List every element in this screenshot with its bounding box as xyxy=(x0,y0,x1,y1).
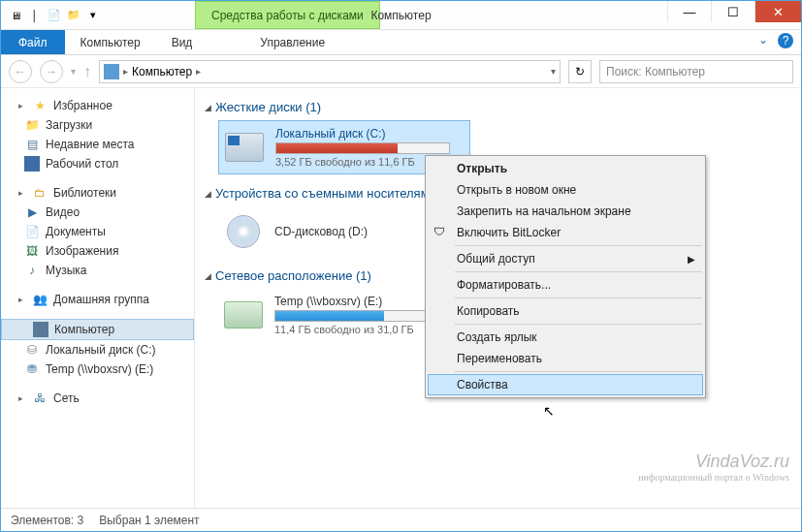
drive-name: Локальный диск (C:) xyxy=(275,127,465,141)
sidebar: ▸★Избранное 📁Загрузки ▤Недавние места Ра… xyxy=(1,88,195,508)
ctx-open-new[interactable]: Открыть в новом окне xyxy=(428,179,703,201)
window-controls: — ☐ ✕ xyxy=(667,1,801,22)
chevron-right-icon[interactable]: ▸ xyxy=(196,66,201,77)
separator xyxy=(455,324,702,325)
collapse-icon: ◢ xyxy=(205,189,211,199)
forward-button[interactable]: → xyxy=(40,60,63,83)
sidebar-item-label: Избранное xyxy=(53,99,112,112)
netdrive-icon: ⛃ xyxy=(24,361,40,377)
back-button[interactable]: ← xyxy=(9,60,32,83)
sidebar-item-label: Домашняя группа xyxy=(53,293,149,306)
tab-manage[interactable]: Управление xyxy=(244,30,340,54)
ctx-pin[interactable]: Закрепить на начальном экране xyxy=(428,201,703,222)
breadcrumb-item[interactable]: Компьютер xyxy=(132,65,192,78)
computer-icon xyxy=(33,322,48,337)
statusbar: Элементов: 3 Выбран 1 элемент xyxy=(1,508,801,531)
ctx-share[interactable]: Общий доступ▶ xyxy=(428,248,703,269)
watermark: VindaVoz.ru информационный портал о Wind… xyxy=(638,452,789,483)
computer-icon: 🖥 xyxy=(7,7,24,24)
sidebar-item-label: Рабочий стол xyxy=(46,157,118,171)
window-title: Компьютер xyxy=(370,9,431,22)
computer-icon xyxy=(104,64,119,79)
watermark-site: VindaVoz.ru xyxy=(638,452,789,472)
music-icon: ♪ xyxy=(24,263,40,278)
separator xyxy=(455,297,702,298)
sidebar-favorites[interactable]: ▸★Избранное xyxy=(1,96,194,115)
cd-icon xyxy=(222,212,265,251)
sidebar-item-label: Локальный диск (C:) xyxy=(46,343,156,357)
sidebar-item-recent[interactable]: ▤Недавние места xyxy=(1,135,194,154)
sidebar-network[interactable]: ▸🖧Сеть xyxy=(1,389,194,408)
ctx-shortcut[interactable]: Создать ярлык xyxy=(428,327,703,348)
sidebar-item-label: Изображения xyxy=(46,244,118,258)
separator xyxy=(455,371,702,372)
navbar: ← → ▾ ↑ ▸ Компьютер ▸ ▾ ↻ Поиск: Компьют… xyxy=(1,55,801,88)
hdd-icon xyxy=(223,128,266,167)
up-button[interactable]: ↑ xyxy=(83,63,91,80)
sidebar-libraries[interactable]: ▸🗀Библиотеки xyxy=(1,183,194,203)
qat-dropdown-icon[interactable]: ▾ xyxy=(84,7,102,24)
section-hdd[interactable]: ◢Жесткие диски (1) xyxy=(205,96,791,118)
properties-icon[interactable]: 📄 xyxy=(46,7,63,24)
collapse-icon: ◢ xyxy=(205,103,211,112)
ctx-properties[interactable]: Свойства xyxy=(428,374,703,395)
contextual-tab-disks[interactable]: Средства работы с дисками xyxy=(195,1,380,29)
section-title: Устройства со съемными носителями xyxy=(215,186,436,201)
breadcrumb[interactable]: ▸ Компьютер ▸ ▾ xyxy=(99,60,561,83)
sidebar-item-label: Загрузки xyxy=(46,118,92,132)
ctx-format[interactable]: Форматировать... xyxy=(428,274,703,296)
sidebar-item-label: Сеть xyxy=(53,391,80,405)
file-tab[interactable]: Файл xyxy=(1,30,65,54)
space-bar xyxy=(274,310,449,322)
ctx-label: Общий доступ xyxy=(457,252,535,266)
recent-dropdown-icon[interactable]: ▾ xyxy=(71,66,76,77)
refresh-button[interactable]: ↻ xyxy=(568,60,592,83)
homegroup-icon: 👥 xyxy=(32,292,48,307)
sidebar-item-downloads[interactable]: 📁Загрузки xyxy=(1,115,194,135)
network-icon: 🖧 xyxy=(32,391,48,406)
section-title: Сетевое расположение (1) xyxy=(215,268,371,283)
tab-view[interactable]: Вид xyxy=(156,30,209,54)
sidebar-item-label: Музыка xyxy=(46,264,86,277)
ribbon: Файл Компьютер Вид Управление ⌄ ? xyxy=(1,30,801,55)
new-folder-icon[interactable]: 📁 xyxy=(65,7,82,24)
sidebar-item-temp-e[interactable]: ⛃Temp (\\vboxsrv) (E:) xyxy=(1,360,194,379)
sidebar-item-music[interactable]: ♪Музыка xyxy=(1,261,194,280)
ctx-copy[interactable]: Копировать xyxy=(428,300,703,322)
ctx-rename[interactable]: Переименовать xyxy=(428,348,703,369)
titlebar: 🖥 │ 📄 📁 ▾ Средства работы с дисками Комп… xyxy=(1,1,801,30)
sidebar-item-desktop[interactable]: Рабочий стол xyxy=(1,154,194,173)
status-count: Элементов: 3 xyxy=(11,514,83,527)
library-icon: 🗀 xyxy=(32,185,48,201)
maximize-button[interactable]: ☐ xyxy=(711,1,754,22)
sidebar-item-label: Temp (\\vboxsrv) (E:) xyxy=(46,362,153,376)
watermark-tagline: информационный портал о Windows xyxy=(638,472,789,483)
ctx-open[interactable]: Открыть xyxy=(428,158,703,179)
ctx-bitlocker[interactable]: 🛡Включить BitLocker xyxy=(428,222,703,243)
document-icon: 📄 xyxy=(24,224,40,239)
sidebar-item-label: Библиотеки xyxy=(53,186,116,200)
expand-ribbon-icon[interactable]: ⌄ xyxy=(758,33,768,48)
ctx-label: Включить BitLocker xyxy=(457,226,561,239)
sidebar-item-local-c[interactable]: ⛁Локальный диск (C:) xyxy=(1,340,194,360)
sidebar-homegroup[interactable]: ▸👥Домашняя группа xyxy=(1,290,194,309)
close-button[interactable]: ✕ xyxy=(754,1,801,22)
search-input[interactable]: Поиск: Компьютер xyxy=(599,60,793,83)
breadcrumb-dropdown-icon[interactable]: ▾ xyxy=(551,66,556,77)
image-icon: 🖼 xyxy=(24,243,40,259)
tab-computer[interactable]: Компьютер xyxy=(65,30,156,54)
star-icon: ★ xyxy=(32,98,48,113)
separator xyxy=(455,271,702,272)
qat-sep: │ xyxy=(26,7,44,24)
sidebar-item-pictures[interactable]: 🖼Изображения xyxy=(1,241,194,261)
context-menu: Открыть Открыть в новом окне Закрепить н… xyxy=(425,155,706,398)
drive-icon: ⛁ xyxy=(24,342,40,358)
sidebar-item-documents[interactable]: 📄Документы xyxy=(1,222,194,241)
shield-icon: 🛡 xyxy=(433,225,449,240)
help-icon[interactable]: ? xyxy=(778,33,793,48)
minimize-button[interactable]: — xyxy=(667,1,711,22)
sidebar-item-video[interactable]: ▶Видео xyxy=(1,203,194,222)
section-title: Жесткие диски (1) xyxy=(215,100,321,114)
desktop-icon xyxy=(24,156,40,172)
sidebar-computer[interactable]: Компьютер xyxy=(1,319,194,340)
